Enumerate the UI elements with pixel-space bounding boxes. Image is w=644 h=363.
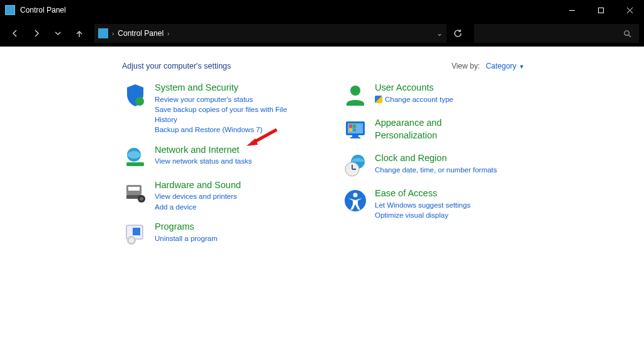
category-title[interactable]: Appearance and Personalization [375,117,499,142]
svg-rect-9 [126,162,144,166]
category-title[interactable]: Clock and Region [375,152,497,165]
svg-rect-26 [352,135,358,137]
search-input[interactable] [474,24,639,43]
chevron-down-icon[interactable]: ▼ [519,64,525,70]
search-icon [623,30,631,38]
title-bar: Control Panel [0,0,644,20]
maximize-button[interactable] [586,0,615,20]
view-by-select[interactable]: Category [486,62,516,70]
app-icon [5,5,15,15]
svg-rect-11 [128,187,140,191]
nav-bar: › Control Panel › ⌄ [0,20,644,47]
category-clock-region: Clock and Region Change date, time, or n… [342,152,499,179]
svg-point-14 [140,197,143,201]
svg-point-33 [353,193,358,198]
category-title[interactable]: Programs [155,221,218,233]
category-system-security: System and Security Review your computer… [122,82,304,135]
minimize-button[interactable] [557,0,586,20]
category-ease-of-access: Ease of Access Let Windows suggest setti… [342,187,499,221]
category-network-internet: Network and Internet View network status… [122,144,304,170]
category-link[interactable]: Change account type [375,95,453,105]
category-link[interactable]: Review your computer's status [155,95,304,105]
svg-point-5 [625,30,629,35]
category-link[interactable]: Optimize visual display [375,211,470,221]
window-title: Control Panel [20,6,66,14]
view-by: View by: Category▼ [452,62,525,70]
globe-icon [122,144,148,170]
chevron-right-icon: › [167,30,169,37]
category-title[interactable]: System and Security [155,82,304,94]
category-title[interactable]: User Accounts [375,82,453,94]
chevron-right-icon: › [112,30,114,37]
category-user-accounts: User Accounts Change account type [342,82,499,108]
svg-rect-24 [349,128,352,131]
user-icon [342,82,369,108]
svg-point-7 [135,97,144,106]
category-link[interactable]: Save backup copies of your files with Fi… [155,105,304,125]
page-heading: Adjust your computer's settings [122,62,231,70]
breadcrumb-root[interactable]: Control Panel [118,29,164,38]
category-link[interactable]: Backup and Restore (Windows 7) [155,125,304,135]
view-by-label: View by: [452,62,480,70]
svg-point-19 [350,86,360,96]
recent-button[interactable] [48,23,68,43]
monitor-icon [342,117,369,143]
printer-icon [122,179,148,206]
chevron-down-icon[interactable]: ⌄ [436,29,443,38]
category-link[interactable]: Let Windows suggest settings [375,201,470,211]
category-hardware-sound: Hardware and Sound View devices and prin… [122,179,304,213]
category-link-text: Change account type [385,96,453,103]
category-link[interactable]: Add a device [155,203,241,213]
content-area: Adjust your computer's settings View by:… [0,47,644,363]
category-programs: Programs Uninstall a program [122,221,304,247]
category-link[interactable]: Uninstall a program [155,234,218,244]
uac-shield-icon [375,96,382,103]
shield-icon [122,82,148,108]
svg-rect-25 [353,128,356,131]
svg-rect-1 [598,8,603,13]
right-column: User Accounts Change account type Appear… [342,82,499,247]
programs-icon [122,221,148,247]
up-button[interactable] [69,23,89,43]
clock-icon [342,152,369,179]
category-title[interactable]: Ease of Access [375,187,470,200]
forward-button[interactable] [26,23,47,43]
svg-rect-22 [349,125,352,128]
category-link[interactable]: View devices and printers [155,192,241,202]
category-link[interactable]: Change date, time, or number formats [375,165,497,176]
back-button[interactable] [5,23,25,43]
svg-rect-16 [133,228,140,235]
address-bar[interactable]: › Control Panel › ⌄ [94,24,447,43]
accessibility-icon [342,187,369,214]
breadcrumb-icon [98,28,108,38]
svg-rect-27 [350,137,360,138]
refresh-button[interactable] [448,24,468,43]
category-title[interactable]: Network and Internet [155,144,252,157]
svg-rect-23 [353,125,356,128]
category-link[interactable]: View network status and tasks [155,157,252,167]
svg-line-6 [628,35,631,37]
close-button[interactable] [615,0,644,20]
category-appearance: Appearance and Personalization [342,117,499,143]
svg-point-18 [129,238,134,243]
left-column: System and Security Review your computer… [122,82,304,247]
category-title[interactable]: Hardware and Sound [155,179,241,192]
